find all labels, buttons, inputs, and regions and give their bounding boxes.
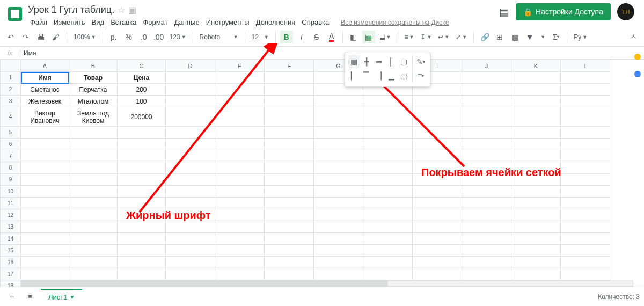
- cell-D9[interactable]: [166, 174, 215, 186]
- border-bottom-button[interactable]: ▁: [386, 69, 397, 82]
- cell-K17[interactable]: [511, 268, 561, 280]
- row-header-1[interactable]: 1: [1, 72, 21, 84]
- border-top-button[interactable]: ▔: [361, 69, 372, 82]
- cell-K13[interactable]: [511, 221, 561, 233]
- cell-D7[interactable]: [166, 150, 215, 162]
- filter-button[interactable]: ▼: [523, 31, 536, 43]
- filter-views-button[interactable]: ▼: [538, 34, 547, 40]
- cell-G5[interactable]: [314, 127, 363, 139]
- cell-H13[interactable]: [363, 221, 413, 233]
- cell-L13[interactable]: [561, 221, 610, 233]
- cell-F16[interactable]: [265, 257, 314, 268]
- font-size-select[interactable]: 12▼: [250, 33, 271, 41]
- cell-B2[interactable]: Перчатка: [69, 84, 118, 96]
- cell-F7[interactable]: [265, 150, 314, 162]
- select-all-corner[interactable]: [1, 60, 21, 72]
- cell-J2[interactable]: [462, 84, 511, 96]
- cell-B15[interactable]: [69, 245, 118, 257]
- zoom-select[interactable]: 100%▼: [71, 33, 98, 41]
- cell-J4[interactable]: [462, 107, 511, 127]
- cell-A3[interactable]: Железовек: [21, 96, 69, 107]
- cell-J14[interactable]: [462, 233, 511, 245]
- border-style-button[interactable]: ≡▾: [415, 69, 427, 82]
- cell-A12[interactable]: [21, 209, 69, 221]
- cell-K6[interactable]: [511, 139, 561, 150]
- row-header-13[interactable]: 13: [1, 221, 21, 233]
- cell-H4[interactable]: [363, 107, 413, 127]
- cell-A16[interactable]: [21, 257, 69, 268]
- cell-A4[interactable]: Виктор Иванович: [21, 107, 69, 127]
- cell-J16[interactable]: [462, 257, 511, 268]
- border-right-button[interactable]: ▕: [373, 69, 384, 82]
- border-horizontal-button[interactable]: ═: [373, 55, 384, 68]
- cell-B1[interactable]: Товар: [69, 72, 118, 84]
- cell-G15[interactable]: [314, 245, 363, 257]
- text-color-button[interactable]: A: [325, 31, 338, 43]
- cell-K4[interactable]: [511, 107, 561, 127]
- cell-C15[interactable]: [118, 245, 166, 257]
- add-sheet-button[interactable]: ＋: [4, 289, 19, 304]
- cell-G10[interactable]: [314, 186, 363, 198]
- formula-input[interactable]: [20, 48, 644, 58]
- cell-D2[interactable]: [166, 84, 215, 96]
- strikethrough-button[interactable]: S: [310, 31, 323, 43]
- cell-K1[interactable]: [511, 72, 561, 84]
- cell-B12[interactable]: [69, 209, 118, 221]
- avatar[interactable]: TH: [617, 3, 634, 20]
- cell-C13[interactable]: [118, 221, 166, 233]
- col-header-C[interactable]: C: [118, 60, 166, 72]
- cell-C4[interactable]: 200000: [118, 107, 166, 127]
- row-header-14[interactable]: 14: [1, 233, 21, 245]
- cell-A15[interactable]: [21, 245, 69, 257]
- cell-I17[interactable]: [413, 268, 462, 280]
- cell-G3[interactable]: [314, 96, 363, 107]
- cell-D4[interactable]: [166, 107, 215, 127]
- cell-G16[interactable]: [314, 257, 363, 268]
- row-header-5[interactable]: 5: [1, 127, 21, 139]
- col-header-E[interactable]: E: [215, 60, 265, 72]
- cell-E17[interactable]: [215, 268, 265, 280]
- cell-C8[interactable]: [118, 162, 166, 174]
- cell-J13[interactable]: [462, 221, 511, 233]
- cell-J12[interactable]: [462, 209, 511, 221]
- row-header-15[interactable]: 15: [1, 245, 21, 257]
- cell-D1[interactable]: [166, 72, 215, 84]
- cell-A11[interactable]: [21, 198, 69, 209]
- all-sheets-button[interactable]: ≡: [23, 289, 38, 304]
- currency-button[interactable]: р.: [107, 31, 120, 43]
- cell-F14[interactable]: [265, 233, 314, 245]
- cell-H8[interactable]: [363, 162, 413, 174]
- col-header-D[interactable]: D: [166, 60, 215, 72]
- cell-L15[interactable]: [561, 245, 610, 257]
- undo-button[interactable]: ↶: [4, 31, 17, 43]
- border-color-button[interactable]: ✎▾: [415, 55, 427, 68]
- cell-B3[interactable]: Мталолом: [69, 96, 118, 107]
- cell-E2[interactable]: [215, 84, 265, 96]
- cell-L10[interactable]: [561, 186, 610, 198]
- cell-I12[interactable]: [413, 209, 462, 221]
- cell-L5[interactable]: [561, 127, 610, 139]
- cell-B17[interactable]: [69, 268, 118, 280]
- cell-L3[interactable]: [561, 96, 610, 107]
- cell-H9[interactable]: [363, 174, 413, 186]
- cell-F17[interactable]: [265, 268, 314, 280]
- cell-F3[interactable]: [265, 96, 314, 107]
- cell-H15[interactable]: [363, 245, 413, 257]
- cell-E7[interactable]: [215, 150, 265, 162]
- cell-B14[interactable]: [69, 233, 118, 245]
- cell-L8[interactable]: [561, 162, 610, 174]
- side-addon-2[interactable]: [634, 71, 641, 77]
- cell-I4[interactable]: [413, 107, 462, 127]
- cell-F1[interactable]: [265, 72, 314, 84]
- cell-I13[interactable]: [413, 221, 462, 233]
- cell-H14[interactable]: [363, 233, 413, 245]
- cell-B11[interactable]: [69, 198, 118, 209]
- cell-D17[interactable]: [166, 268, 215, 280]
- cell-E10[interactable]: [215, 186, 265, 198]
- cell-I14[interactable]: [413, 233, 462, 245]
- cell-J7[interactable]: [462, 150, 511, 162]
- borders-button[interactable]: ▦: [362, 31, 375, 43]
- cell-A13[interactable]: [21, 221, 69, 233]
- cell-B7[interactable]: [69, 150, 118, 162]
- cell-F12[interactable]: [265, 209, 314, 221]
